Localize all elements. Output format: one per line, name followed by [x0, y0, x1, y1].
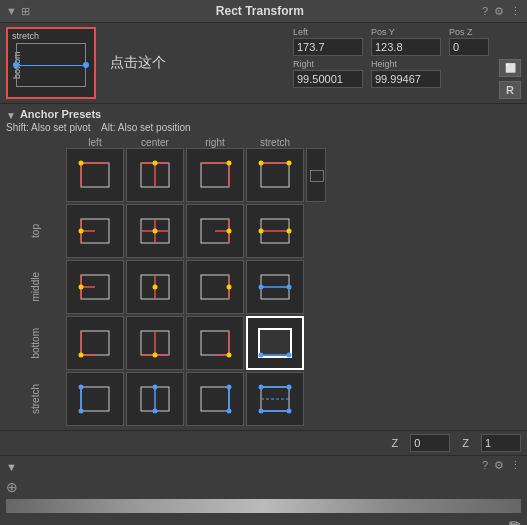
- preset-bot-right[interactable]: [186, 260, 244, 314]
- presets-row-stretch: stretch: [6, 372, 521, 426]
- preset-top-center[interactable]: [126, 148, 184, 202]
- field-posz: Pos Z: [449, 27, 489, 56]
- left-input[interactable]: [293, 38, 363, 56]
- hint-text: 点击这个: [110, 54, 166, 72]
- anchor-dot-right: [83, 62, 89, 68]
- section-question-icon[interactable]: ?: [482, 459, 488, 472]
- preset-bm-stretch[interactable]: [246, 316, 304, 370]
- svg-point-46: [287, 285, 292, 290]
- presets-row-bottom: bottom: [6, 316, 521, 370]
- preset-str-left[interactable]: [66, 372, 124, 426]
- preset-str-center[interactable]: [126, 372, 184, 426]
- preset-mid-center[interactable]: [126, 204, 184, 258]
- preset-str-stretch[interactable]: [246, 372, 304, 426]
- svg-point-3: [79, 161, 84, 166]
- anchor-horizontal-line: [17, 65, 85, 66]
- presets-hints: Shift: Also set pivot Alt: Also set posi…: [6, 122, 521, 133]
- svg-rect-55: [201, 331, 229, 355]
- anchor-label-stretch: stretch: [12, 31, 39, 41]
- svg-point-24: [153, 229, 158, 234]
- gradient-bar: [6, 499, 521, 513]
- menu-icon[interactable]: ⋮: [510, 5, 521, 18]
- col-center: center: [126, 137, 184, 148]
- section-settings-icon[interactable]: ⚙: [494, 459, 504, 472]
- svg-point-73: [227, 385, 232, 390]
- header-right-icons: ? ⚙ ⋮: [482, 5, 521, 18]
- gradient-section: ⊕ ✏ ⊕: [0, 475, 527, 525]
- preset-top-right[interactable]: [186, 148, 244, 202]
- col-headers: left center right stretch: [66, 137, 521, 148]
- preset-mid-right[interactable]: [186, 204, 244, 258]
- hint-alt-val: Also set position: [118, 122, 191, 133]
- field-row-1: Left Pos Y Pos Z: [293, 27, 489, 56]
- preset-str-right[interactable]: [186, 372, 244, 426]
- presets-row-middle: middle: [6, 260, 521, 314]
- expand-icon[interactable]: ▼: [6, 5, 17, 18]
- svg-rect-47: [81, 331, 109, 355]
- settings-icon[interactable]: ⚙: [494, 5, 504, 18]
- z0-input[interactable]: [410, 434, 450, 452]
- right-buttons: ⬜ R: [499, 27, 521, 99]
- anchor-inner-rect: [16, 43, 86, 87]
- pencil-icon[interactable]: ✏: [509, 516, 521, 525]
- preset-bm-left[interactable]: [66, 316, 124, 370]
- row-label-empty: [6, 148, 64, 202]
- svg-point-81: [287, 409, 292, 414]
- field-left: Left: [293, 27, 363, 56]
- grid-icon: ⊞: [21, 5, 30, 18]
- hint-shift-key: Shift:: [6, 122, 29, 133]
- square-btn[interactable]: ⬜: [499, 59, 521, 77]
- svg-point-79: [287, 385, 292, 390]
- posz-input[interactable]: [449, 38, 489, 56]
- z1-input[interactable]: [481, 434, 521, 452]
- preset-top-stretch[interactable]: [246, 148, 304, 202]
- section-menu-icon[interactable]: ⋮: [510, 459, 521, 472]
- right-label: Right: [293, 59, 363, 69]
- svg-rect-63: [81, 387, 109, 411]
- svg-point-61: [259, 353, 264, 358]
- svg-point-70: [153, 409, 158, 414]
- presets-title: Anchor Presets: [20, 108, 101, 120]
- svg-point-15: [287, 161, 292, 166]
- preset-bot-center[interactable]: [126, 260, 184, 314]
- svg-rect-75: [261, 387, 289, 411]
- svg-rect-40: [201, 275, 229, 299]
- row-label-top: top: [6, 204, 64, 258]
- section-toggle-1[interactable]: ▼: [6, 461, 16, 471]
- height-input[interactable]: [371, 70, 441, 88]
- svg-point-32: [287, 229, 292, 234]
- presets-toggle[interactable]: ▼: [6, 110, 16, 121]
- svg-point-80: [259, 409, 264, 414]
- preset-mid-stretch[interactable]: [246, 204, 304, 258]
- z-values-row: Z Z: [0, 430, 527, 455]
- preset-bm-right[interactable]: [186, 316, 244, 370]
- svg-point-58: [227, 353, 232, 358]
- svg-rect-16: [311, 171, 324, 182]
- posy-input[interactable]: [371, 38, 441, 56]
- preset-mid-left[interactable]: [66, 204, 124, 258]
- preset-top-left[interactable]: [66, 148, 124, 202]
- preset-bm-center[interactable]: [126, 316, 184, 370]
- r-btn[interactable]: R: [499, 81, 521, 99]
- svg-point-31: [259, 229, 264, 234]
- circle-icon[interactable]: ⊕: [6, 479, 18, 495]
- left-label: Left: [293, 27, 363, 37]
- svg-rect-12: [261, 163, 289, 187]
- svg-point-62: [287, 353, 292, 358]
- preset-bot-left[interactable]: [66, 260, 124, 314]
- transform-fields: Left Pos Y Pos Z Right Height: [293, 27, 489, 99]
- anchor-presets-section: ▼ Anchor Presets Shift: Also set pivot A…: [0, 104, 527, 430]
- preset-bot-stretch[interactable]: [246, 260, 304, 314]
- posz-label: Pos Z: [449, 27, 489, 37]
- svg-point-14: [259, 161, 264, 166]
- svg-point-45: [259, 285, 264, 290]
- anchor-preview[interactable]: stretch bottom: [6, 27, 96, 99]
- right-input[interactable]: [293, 70, 363, 88]
- row-label-bottom: bottom: [6, 316, 64, 370]
- question-icon[interactable]: ?: [482, 5, 488, 18]
- height-label: Height: [371, 59, 441, 69]
- svg-point-69: [153, 385, 158, 390]
- col-stretch: stretch: [246, 137, 304, 148]
- presets-row-top: top: [6, 204, 521, 258]
- svg-point-11: [227, 161, 232, 166]
